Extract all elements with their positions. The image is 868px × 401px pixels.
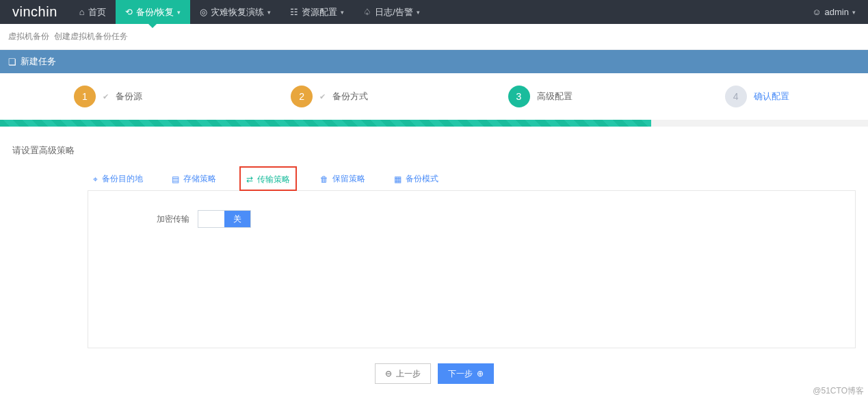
watermark: @51CTO博客: [813, 385, 864, 397]
tab-transfer-label: 传输策略: [257, 174, 290, 185]
wizard-progress: [0, 120, 868, 127]
check-icon: ✔: [103, 92, 109, 101]
progress-rest: [651, 120, 868, 127]
chevron-down-icon: ▾: [852, 9, 856, 16]
grid-icon: ▦: [394, 174, 402, 184]
layers-icon: ☷: [290, 7, 298, 17]
settings-tabs: ⌖ 备份目的地 ▤ 存储策略 ⇄ 传输策略 🗑 保留策略 ▦ 备份模式: [88, 166, 856, 191]
hdd-icon: ▤: [172, 174, 179, 184]
tab-storage-label: 存储策略: [183, 173, 216, 185]
encrypt-toggle[interactable]: 关: [198, 210, 251, 228]
toggle-off-label: 关: [224, 211, 250, 227]
step-4-badge: 4: [725, 86, 747, 107]
user-menu[interactable]: ☺ admin ▾: [800, 0, 868, 24]
nav-dr-drill[interactable]: ◎ 灾难恢复演练 ▾: [190, 0, 280, 24]
transfer-icon: ⇄: [246, 174, 253, 184]
toggle-on-slot: [198, 211, 224, 227]
chevron-down-icon: ▾: [417, 9, 420, 16]
tab-mode-label: 备份模式: [406, 173, 438, 185]
tab-destination-label: 备份目的地: [102, 173, 143, 185]
tab-retain[interactable]: 🗑 保留策略: [315, 166, 371, 190]
nav-spacer: [430, 0, 800, 24]
encrypt-transfer-row: 加密传输 关: [157, 210, 787, 228]
encrypt-label: 加密传输: [157, 214, 189, 225]
tab-mode[interactable]: ▦ 备份模式: [389, 166, 444, 190]
tab-storage[interactable]: ▤ 存储策略: [166, 166, 222, 190]
nav-resource[interactable]: ☷ 资源配置 ▾: [280, 0, 354, 24]
section-title: 请设置高级策略: [0, 127, 868, 166]
nav-backup[interactable]: ⟲ 备份/恢复 ▾: [116, 0, 191, 24]
step-1-label: 备份源: [116, 90, 142, 103]
panel-header: ❏ 新建任务: [0, 50, 868, 73]
pin-icon: ⌖: [93, 174, 98, 184]
main-content: ❏ 新建任务 1 ✔ 备份源 2 ✔ 备份方式 3 高级配置 4 确认配置: [0, 50, 868, 401]
chevron-down-icon: ▾: [341, 9, 344, 16]
panel-title: 新建任务: [21, 55, 56, 68]
chevron-down-icon: ▾: [267, 9, 271, 16]
wizard-footer: ⊖ 上一步 下一步 ⊕: [0, 348, 868, 401]
refresh-icon: ⟲: [125, 7, 133, 17]
home-icon: ⌂: [79, 7, 85, 17]
nav-logs[interactable]: ♤ 日志/告警 ▾: [354, 0, 430, 24]
nav-dr-label: 灾难恢复演练: [211, 6, 264, 18]
progress-fill: [0, 120, 651, 127]
nav-home-label: 首页: [88, 6, 106, 18]
bell-icon: ♤: [363, 7, 371, 17]
step-2-badge: 2: [291, 86, 313, 107]
arrow-left-circle-icon: ⊖: [385, 369, 392, 378]
nav-home[interactable]: ⌂ 首页: [70, 0, 116, 24]
breadcrumb-leaf: 创建虚拟机备份任务: [54, 31, 128, 41]
tab-pane-transfer: 加密传输 关: [88, 191, 856, 348]
brand-logo: vinchin: [0, 0, 70, 24]
step-2-label: 备份方式: [332, 90, 368, 103]
step-4[interactable]: 4 确认配置: [651, 86, 868, 107]
nav-resource-label: 资源配置: [302, 6, 337, 18]
step-1-badge: 1: [74, 86, 96, 107]
step-3[interactable]: 3 高级配置: [434, 86, 651, 107]
breadcrumb-root: 虚拟机备份: [8, 31, 49, 41]
prev-button-label: 上一步: [396, 368, 421, 380]
step-1[interactable]: 1 ✔ 备份源: [0, 86, 217, 107]
next-button[interactable]: 下一步 ⊕: [438, 363, 494, 384]
step-2[interactable]: 2 ✔ 备份方式: [217, 86, 434, 107]
arrow-right-circle-icon: ⊕: [477, 369, 484, 378]
breadcrumb: 虚拟机备份 创建虚拟机备份任务: [0, 24, 868, 50]
step-4-label: 确认配置: [754, 90, 789, 103]
tab-retain-label: 保留策略: [332, 173, 365, 185]
check-icon: ✔: [319, 92, 326, 101]
step-3-badge: 3: [508, 86, 530, 107]
step-3-label: 高级配置: [537, 90, 573, 103]
next-button-label: 下一步: [448, 368, 473, 380]
wizard-steps: 1 ✔ 备份源 2 ✔ 备份方式 3 高级配置 4 确认配置: [0, 73, 868, 120]
chevron-down-icon: ▾: [177, 9, 181, 16]
trash-icon: 🗑: [320, 174, 328, 184]
tab-transfer[interactable]: ⇄ 传输策略: [239, 166, 297, 191]
target-icon: ◎: [200, 7, 207, 17]
advanced-settings: ⌖ 备份目的地 ▤ 存储策略 ⇄ 传输策略 🗑 保留策略 ▦ 备份模式: [12, 166, 856, 348]
cube-icon: ❏: [8, 57, 16, 67]
user-icon: ☺: [812, 7, 821, 17]
user-name: admin: [825, 7, 849, 17]
tab-destination[interactable]: ⌖ 备份目的地: [88, 166, 148, 190]
nav-logs-label: 日志/告警: [375, 6, 413, 18]
wizard-panel: ❏ 新建任务 1 ✔ 备份源 2 ✔ 备份方式 3 高级配置 4 确认配置: [0, 50, 868, 401]
prev-button[interactable]: ⊖ 上一步: [375, 363, 431, 384]
top-nav: vinchin ⌂ 首页 ⟲ 备份/恢复 ▾ ◎ 灾难恢复演练 ▾ ☷ 资源配置…: [0, 0, 868, 24]
nav-backup-label: 备份/恢复: [136, 6, 174, 18]
